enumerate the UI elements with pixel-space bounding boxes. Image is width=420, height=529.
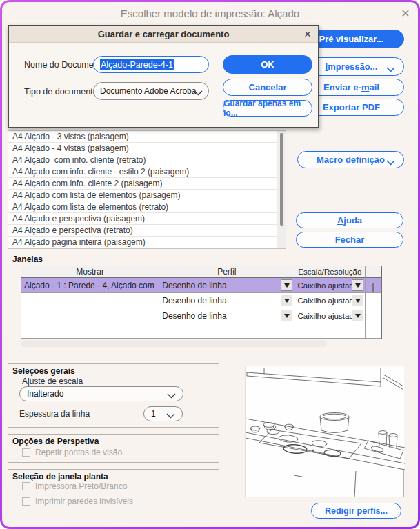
mostrar-cell[interactable]	[21, 308, 159, 323]
close-icon[interactable]: ×	[304, 26, 311, 43]
list-item[interactable]: A4 Alçado com info. cliente 2 (paisagem)	[8, 178, 277, 190]
chevron-down-icon	[386, 64, 395, 74]
close-icon[interactable]: ×	[401, 4, 410, 22]
triangle-down-icon	[355, 314, 361, 318]
janelas-groupbox: Janelas Mostrar Perfil Escala/Resolução …	[8, 252, 410, 355]
save-load-document-dialog: Guardar e carregar documento × Nome do D…	[8, 25, 319, 128]
titlebar: Escolher modelo de impressão: Alçado ×	[2, 5, 418, 23]
column-header-extra	[366, 266, 381, 278]
triangle-down-icon	[355, 283, 361, 288]
list-item[interactable]: A4 Alçado e perspectiva (paisagem)	[8, 213, 277, 225]
chevron-down-icon	[167, 391, 176, 401]
triangle-down-icon	[284, 283, 290, 288]
document-name-value: Alçado-Parede-4-1	[100, 59, 174, 70]
line-thickness-value: 1	[151, 409, 156, 419]
modal-title: Guardar e carregar documento	[98, 29, 230, 39]
checkbox-icon[interactable]	[22, 497, 30, 506]
checkbox-icon[interactable]	[22, 448, 30, 457]
save-local-only-button[interactable]: Guardar apenas em lo...	[223, 100, 312, 117]
list-item[interactable]: A4 Alçado página inteira (paisagem)	[8, 237, 277, 248]
perfil-dropdown[interactable]: Desenho de linha	[159, 278, 294, 293]
dropdown-arrow-button[interactable]	[352, 279, 363, 291]
list-item[interactable]: A4 Alçado - 3 vistas (paisagem)	[8, 131, 277, 143]
escala-cell[interactable]	[294, 323, 366, 339]
column-header-escala: Escala/Resolução	[294, 266, 366, 278]
modal-titlebar: Guardar e carregar documento ×	[9, 26, 318, 43]
invisible-walls-checkbox-row[interactable]: Imprimir paredes invisíveis	[22, 497, 133, 506]
repeat-viewpoints-checkbox-row[interactable]: Repetir pontos de visão	[22, 448, 122, 457]
triangle-down-icon	[284, 299, 290, 303]
list-item[interactable]: A4 Alçado com lista de elementos (retrat…	[8, 201, 277, 213]
macro-definition-label: Macro definição	[317, 154, 385, 165]
perfil-dropdown[interactable]: Desenho de linha	[159, 308, 294, 323]
close-button-label: Fechar	[335, 234, 365, 245]
janelas-table: Mostrar Perfil Escala/Resolução Alçado -…	[21, 266, 382, 339]
mostrar-cell[interactable]	[21, 323, 159, 339]
document-name-label: Nome do Docume...	[24, 60, 101, 70]
document-type-value: Documento Adobe Acroba	[100, 86, 196, 96]
print-button-label: Impressão...	[326, 61, 378, 72]
table-row[interactable]	[21, 323, 381, 339]
macro-definition-button[interactable]: Macro definição	[297, 151, 404, 168]
escala-dropdown[interactable]: Caixilho ajustad	[294, 293, 366, 308]
column-header-mostrar: Mostrar	[21, 266, 159, 278]
save-local-only-label: Guardar apenas em lo...	[223, 99, 312, 118]
chevron-down-icon	[194, 88, 203, 98]
close-button[interactable]: Fechar	[296, 232, 403, 248]
scale-adjust-dropdown[interactable]: Inalterado	[19, 386, 183, 401]
scale-adjust-label: Ajuste de escala	[22, 377, 83, 386]
list-item[interactable]: A4 Alçado - 4 vistas (paisagem)	[8, 143, 277, 154]
table-scroll-cell	[366, 293, 381, 308]
cancel-button[interactable]: Cancelar	[223, 79, 312, 96]
ok-button-label: OK	[261, 59, 274, 70]
table-row[interactable]: Alçado - 1 : Parede - 4, Alçado com Dese…	[21, 278, 381, 293]
list-item[interactable]: A4 Alçado com lista de elementos (paisag…	[8, 190, 277, 201]
escala-dropdown[interactable]: Caixilho ajustad	[294, 308, 366, 323]
chevron-down-icon	[386, 157, 395, 168]
plan-window-selection-legend: Seleção de janela planta	[12, 472, 108, 481]
general-selections-groupbox: Seleções gerais Ajuste de escala Inalter…	[8, 363, 219, 428]
line-thickness-dropdown[interactable]: 1	[143, 406, 183, 421]
bw-printer-checkbox-row[interactable]: Impressora Preto/Branco	[22, 481, 127, 491]
table-scroll-cell	[366, 308, 381, 323]
document-name-input[interactable]: Alçado-Parede-4-1	[93, 56, 209, 73]
document-type-dropdown[interactable]: Documento Adobe Acroba	[93, 82, 209, 100]
dropdown-arrow-button[interactable]	[352, 310, 363, 321]
scrollbar-thumb[interactable]	[280, 133, 283, 226]
dropdown-arrow-button[interactable]	[281, 279, 292, 291]
table-header-row: Mostrar Perfil Escala/Resolução	[21, 266, 381, 278]
edit-profiles-button[interactable]: Redigir perfís...	[311, 503, 401, 519]
help-button[interactable]: Ajuda	[296, 212, 403, 228]
scale-adjust-value: Inalterado	[27, 389, 63, 399]
help-button-label: Ajuda	[337, 215, 362, 226]
table-scrollbar-thumb[interactable]	[372, 283, 374, 293]
checkbox-icon[interactable]	[22, 482, 30, 490]
perfil-dropdown[interactable]: Desenho de linha	[159, 293, 294, 308]
mostrar-cell[interactable]: Alçado - 1 : Parede - 4, Alçado com	[21, 278, 159, 293]
table-row[interactable]: Desenho de linha Caixilho ajustad	[21, 308, 381, 323]
list-item[interactable]: A4 Alçado com info. cliente - estilo 2 (…	[8, 166, 277, 178]
table-row[interactable]: Desenho de linha Caixilho ajustad	[21, 293, 381, 308]
janelas-legend: Janelas	[12, 254, 43, 264]
export-pdf-button-label: Exportar PDF	[323, 102, 380, 112]
dropdown-arrow-button[interactable]	[281, 310, 292, 321]
dropdown-arrow-button[interactable]	[281, 295, 292, 306]
cancel-button-label: Cancelar	[249, 82, 287, 92]
dropdown-arrow-button[interactable]	[352, 295, 363, 306]
ok-button[interactable]: OK	[223, 55, 312, 74]
list-scrollbar[interactable]	[277, 131, 286, 248]
table-horizontal-scrollbar[interactable]	[21, 340, 327, 347]
perspective-options-groupbox: Opções de Perspetiva Repetir pontos de v…	[8, 434, 219, 463]
triangle-down-icon	[284, 314, 290, 318]
send-email-button-label: Enviar e-mail	[323, 82, 379, 92]
list-item[interactable]: A4 Alçado com info. cliente (retrato)	[8, 154, 277, 166]
list-item[interactable]: A4 Alçado e perspectiva (retrato)	[8, 225, 277, 237]
escala-dropdown[interactable]: Caixilho ajustad	[294, 278, 366, 293]
mostrar-cell[interactable]	[21, 293, 159, 308]
column-header-perfil: Perfil	[159, 266, 294, 278]
preview-button-label: Pré visualizar...	[319, 34, 384, 44]
table-scroll-cell	[366, 278, 381, 293]
perfil-cell[interactable]	[159, 323, 294, 339]
kitchen-line-drawing	[246, 366, 405, 497]
invisible-walls-label: Imprimir paredes invisíveis	[35, 497, 133, 506]
